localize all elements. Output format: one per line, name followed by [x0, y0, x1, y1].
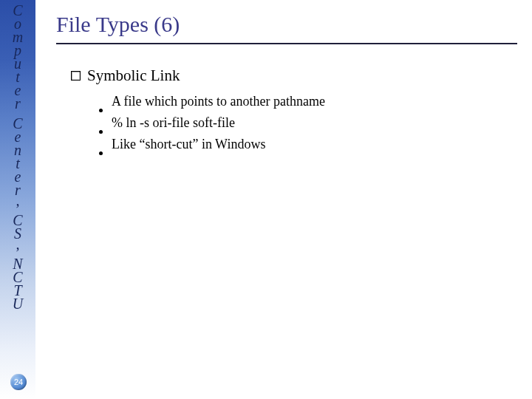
bullet-text: Like “short-cut” in Windows	[112, 137, 265, 152]
title-underline	[56, 43, 517, 44]
dot-bullet-icon	[99, 130, 103, 134]
page-number: 24	[14, 378, 23, 386]
section-heading-row: Symbolic Link	[71, 66, 517, 85]
slide-title: File Types (6)	[56, 12, 517, 37]
dot-bullet-icon	[99, 109, 103, 112]
bullet-text: A file which points to another pathname	[112, 94, 325, 109]
square-bullet-icon	[71, 71, 81, 81]
slide-content: File Types (6) Symbolic Link A file whic…	[35, 0, 532, 399]
bullet-list: A file which points to another pathname …	[71, 94, 517, 152]
sidebar-org-text: Computer Center, CS, NCTU	[13, 3, 23, 310]
sidebar: Computer Center, CS, NCTU	[0, 0, 35, 399]
list-item: A file which points to another pathname	[99, 94, 517, 109]
list-item: % ln -s ori-file soft-file	[99, 115, 517, 131]
page-number-badge: 24	[10, 374, 27, 390]
bullet-text: % ln -s ori-file soft-file	[112, 115, 235, 131]
section: Symbolic Link A file which points to ano…	[56, 66, 517, 152]
section-heading: Symbolic Link	[87, 66, 180, 85]
dot-bullet-icon	[99, 151, 103, 155]
list-item: Like “short-cut” in Windows	[99, 137, 517, 152]
